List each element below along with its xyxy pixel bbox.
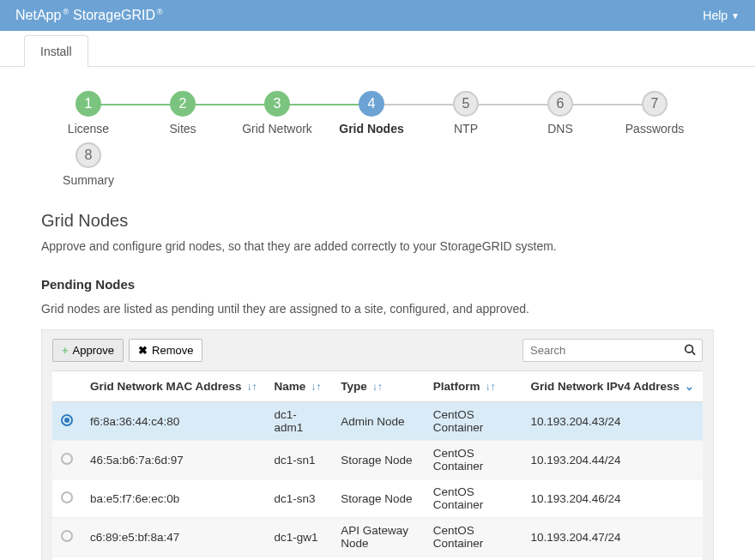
table-row[interactable]: 46:5a:b6:7a:6d:97dc1-sn1Storage NodeCent… bbox=[52, 441, 703, 479]
table-row[interactable]: c6:89:e5:bf:8a:47dc1-gw1API Gateway Node… bbox=[52, 518, 703, 557]
approve-label: Approve bbox=[73, 344, 114, 357]
help-menu[interactable]: Help ▼ bbox=[703, 9, 740, 22]
cell-mac: f6:8a:36:44:c4:80 bbox=[82, 402, 266, 441]
step-number: 8 bbox=[76, 142, 101, 168]
svg-line-1 bbox=[692, 352, 696, 355]
step-summary[interactable]: 8Summary bbox=[41, 142, 136, 187]
topbar: NetApp® StorageGRID® Help ▼ bbox=[0, 0, 755, 31]
cell-name: dc1-sn3 bbox=[266, 479, 333, 518]
step-number: 3 bbox=[264, 91, 290, 117]
radio-icon[interactable] bbox=[61, 530, 73, 542]
cell-name: dc1-adm1 bbox=[266, 402, 333, 441]
search-icon[interactable] bbox=[684, 343, 696, 358]
step-number: 6 bbox=[547, 91, 573, 117]
tab-install[interactable]: Install bbox=[24, 35, 88, 67]
col-name[interactable]: Name↓↑ bbox=[266, 371, 333, 402]
cell-platform: CentOS Container bbox=[425, 557, 522, 561]
col-select bbox=[52, 371, 82, 402]
step-label: DNS bbox=[547, 122, 573, 135]
help-label: Help bbox=[703, 9, 728, 22]
col-platform[interactable]: Platform↓↑ bbox=[425, 371, 522, 402]
row-select-cell[interactable] bbox=[52, 402, 82, 441]
table-row[interactable]: ba:e5:f7:6e:ec:0bdc1-sn3Storage NodeCent… bbox=[52, 479, 703, 518]
sort-icon: ↓↑ bbox=[486, 381, 496, 393]
page-title: Grid Nodes bbox=[41, 211, 714, 231]
cell-type: Admin Node bbox=[332, 402, 425, 441]
svg-point-0 bbox=[686, 345, 693, 352]
caret-down-icon: ▼ bbox=[731, 11, 740, 21]
step-dns[interactable]: 6DNS bbox=[513, 91, 607, 135]
cell-ipv4: 10.193.204.47/24 bbox=[522, 518, 703, 557]
pending-nodes-table: Grid Network MAC Address↓↑ Name↓↑ Type↓↑… bbox=[52, 370, 703, 560]
cell-type: API Gateway Node bbox=[332, 557, 425, 561]
sort-icon: ↓↑ bbox=[247, 381, 257, 393]
step-number: 4 bbox=[359, 91, 384, 117]
search-wrap bbox=[522, 339, 703, 362]
step-label: Grid Nodes bbox=[339, 122, 403, 135]
plus-icon: + bbox=[62, 344, 69, 357]
row-select-cell[interactable] bbox=[52, 479, 82, 518]
radio-icon[interactable] bbox=[61, 453, 73, 465]
cell-ipv4: 10.193.204.43/24 bbox=[522, 402, 703, 441]
remove-label: Remove bbox=[152, 344, 193, 357]
step-grid-network[interactable]: 3Grid Network bbox=[230, 91, 324, 135]
sort-icon: ↓↑ bbox=[372, 381, 383, 393]
step-label: License bbox=[68, 122, 109, 135]
step-license[interactable]: 1License bbox=[41, 91, 136, 135]
cell-type: Storage Node bbox=[332, 441, 425, 479]
approve-button[interactable]: + Approve bbox=[52, 339, 124, 362]
cell-ipv4: 10.193.204.98/24 bbox=[522, 557, 703, 561]
row-select-cell[interactable] bbox=[52, 441, 82, 479]
content-area: 1License2Sites3Grid Network4Grid Nodes5N… bbox=[0, 67, 755, 560]
cell-mac: fe:91:ad:e1:46:c0 bbox=[82, 557, 266, 561]
table-row[interactable]: f6:8a:36:44:c4:80dc1-adm1Admin NodeCentO… bbox=[52, 402, 703, 441]
page-description: Approve and configure grid nodes, so tha… bbox=[41, 239, 714, 253]
remove-button[interactable]: ✖ Remove bbox=[129, 339, 202, 362]
col-ipv4[interactable]: Grid Network IPv4 Address⌄ bbox=[522, 371, 703, 402]
step-ntp[interactable]: 5NTP bbox=[419, 91, 513, 135]
sort-icon: ↓↑ bbox=[311, 381, 321, 393]
step-label: NTP bbox=[454, 122, 478, 135]
pending-nodes-description: Grid nodes are listed as pending until t… bbox=[41, 302, 714, 316]
step-grid-nodes[interactable]: 4Grid Nodes bbox=[324, 91, 419, 135]
pending-nodes-heading: Pending Nodes bbox=[41, 277, 714, 292]
step-tracker: 1License2Sites3Grid Network4Grid Nodes5N… bbox=[41, 91, 714, 187]
cell-name: dc1-gw1 bbox=[266, 518, 333, 557]
col-type[interactable]: Type↓↑ bbox=[332, 371, 425, 402]
brand: NetApp® StorageGRID® bbox=[15, 8, 166, 23]
step-label: Passwords bbox=[625, 122, 684, 135]
tabstrip: Install bbox=[0, 31, 755, 67]
radio-icon[interactable] bbox=[61, 491, 73, 503]
pending-nodes-panel: + Approve ✖ Remove bbox=[41, 329, 714, 560]
reg-mark-icon: ® bbox=[157, 8, 166, 16]
radio-icon[interactable] bbox=[61, 414, 73, 426]
pending-toolbar: + Approve ✖ Remove bbox=[52, 339, 703, 362]
step-number: 1 bbox=[76, 91, 101, 117]
row-select-cell[interactable] bbox=[52, 557, 82, 561]
toolbar-buttons: + Approve ✖ Remove bbox=[52, 339, 202, 362]
table-row[interactable]: fe:91:ad:e1:46:c0dc1-gw2API Gateway Node… bbox=[52, 557, 703, 561]
cell-type: Storage Node bbox=[332, 479, 425, 518]
step-number: 2 bbox=[170, 91, 196, 117]
cell-platform: CentOS Container bbox=[425, 518, 522, 557]
cell-type: API Gateway Node bbox=[332, 518, 425, 557]
cell-platform: CentOS Container bbox=[425, 479, 522, 518]
brand-storagegrid: StorageGRID bbox=[73, 8, 155, 23]
cell-platform: CentOS Container bbox=[425, 441, 522, 479]
reg-mark-icon: ® bbox=[63, 8, 71, 16]
cell-ipv4: 10.193.204.46/24 bbox=[522, 479, 703, 518]
search-input[interactable] bbox=[522, 339, 703, 362]
step-label: Sites bbox=[169, 122, 196, 135]
step-number: 7 bbox=[642, 91, 667, 117]
step-passwords[interactable]: 7Passwords bbox=[607, 91, 702, 135]
cell-mac: 46:5a:b6:7a:6d:97 bbox=[82, 441, 266, 479]
brand-netapp: NetApp bbox=[15, 8, 61, 23]
row-select-cell[interactable] bbox=[52, 518, 82, 557]
col-mac[interactable]: Grid Network MAC Address↓↑ bbox=[82, 371, 266, 402]
step-number: 5 bbox=[453, 91, 479, 117]
x-icon: ✖ bbox=[138, 344, 148, 357]
tab-install-label: Install bbox=[40, 45, 72, 58]
step-label: Summary bbox=[63, 173, 114, 187]
step-label: Grid Network bbox=[242, 122, 312, 135]
step-sites[interactable]: 2Sites bbox=[136, 91, 230, 135]
